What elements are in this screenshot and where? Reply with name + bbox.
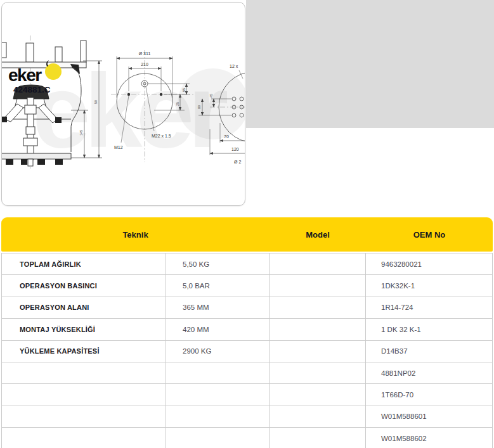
- model-value: [270, 406, 366, 427]
- spec-label: MONTAJ YÜKSEKLİĞİ: [2, 319, 166, 340]
- model-value: [270, 384, 366, 405]
- oem-value: 1 DK 32 K-1: [366, 319, 492, 340]
- table-row: YÜKLEME KAPASİTESİ 2900 KG D14B37: [2, 341, 492, 362]
- spec-value: [166, 406, 270, 427]
- oem-value: 1T66D-70: [366, 384, 492, 405]
- spec-label: TOPLAM AĞIRLIK: [2, 253, 166, 274]
- brand-logo-text: eker: [8, 65, 42, 85]
- part-number: 424881.C: [13, 85, 51, 94]
- oem-value: 1DK32K-1: [366, 275, 492, 296]
- model-value: [270, 428, 366, 448]
- dim-dia-bottom: Ø 2: [234, 160, 241, 164]
- model-value: [270, 341, 366, 362]
- spec-label: [2, 428, 166, 448]
- table-row: OPERASYON ALANI 365 MM 1R14-724: [2, 297, 492, 319]
- table-row: 4881NP02: [2, 362, 492, 384]
- oem-value: W01M588602: [366, 428, 492, 448]
- spec-table-body: TOPLAM AĞIRLIK 5,50 KG 9463280021 OPERAS…: [1, 253, 493, 448]
- watermark: eker: [32, 53, 245, 169]
- spec-label: OPERASYON ALANI: [2, 297, 166, 318]
- spec-label: [2, 406, 166, 427]
- table-row: OPERASYON BASINCI 5,0 BAR 1DK32K-1: [2, 275, 492, 297]
- dim-m12: M12: [114, 145, 123, 150]
- table-row: W01M588602: [2, 428, 492, 448]
- spec-label: YÜKLEME KAPASİTESİ: [2, 341, 166, 362]
- dim-height-total: 50: [94, 100, 98, 104]
- table-row: MONTAJ YÜKSEKLİĞİ 420 MM 1 DK 32 K-1: [2, 319, 492, 340]
- oem-value: D14B37: [366, 341, 492, 362]
- dim-210: 210: [141, 62, 148, 67]
- model-value: [270, 297, 366, 318]
- dim-height-inner: 145: [79, 130, 83, 136]
- oem-value: 9463280021: [366, 253, 492, 274]
- dim-dia-311: Ø 311: [139, 51, 151, 56]
- spec-value: 365 MM: [166, 297, 270, 318]
- dim-m22: M22 x 1.5: [152, 134, 171, 138]
- dim-70: 70: [224, 134, 229, 139]
- spec-label: [2, 362, 166, 383]
- spec-table-header: Teknik Model OEM No: [1, 217, 493, 252]
- model-value: [270, 362, 366, 383]
- oem-value: W01M588601: [366, 406, 492, 427]
- dim-95: 95: [182, 88, 186, 92]
- oem-value: 1R14-724: [366, 297, 492, 318]
- oem-value: 4881NP02: [366, 362, 492, 383]
- spec-value: [166, 362, 270, 383]
- spec-value: 5,0 BAR: [166, 275, 270, 296]
- model-value: [270, 253, 366, 274]
- background-gray-panel: [246, 0, 494, 128]
- dim-25: 25: [176, 102, 179, 106]
- spec-value: [166, 428, 270, 448]
- dim-bolt-pattern: 12 x: [230, 64, 238, 68]
- column-header-teknik: Teknik: [1, 230, 270, 240]
- spec-table: Teknik Model OEM No TOPLAM AĞIRLIK 5,50 …: [1, 217, 493, 448]
- model-value: [270, 319, 366, 340]
- spec-value: 2900 KG: [166, 341, 270, 362]
- product-drawing-card: eker: [1, 2, 245, 206]
- spec-label: [2, 384, 166, 405]
- spec-value: [166, 384, 270, 405]
- table-row: TOPLAM AĞIRLIK 5,50 KG 9463280021: [2, 253, 492, 275]
- dim-120: 120: [231, 147, 239, 151]
- spec-label: OPERASYON BASINCI: [2, 275, 166, 296]
- table-row: W01M588601: [2, 406, 492, 428]
- spec-value: 420 MM: [166, 319, 270, 340]
- dim-80: 80: [197, 105, 201, 109]
- column-header-model: Model: [270, 230, 366, 240]
- spec-value: 5,50 KG: [166, 253, 270, 274]
- model-value: [270, 275, 366, 296]
- technical-drawing: eker: [2, 3, 245, 205]
- table-row: 1T66D-70: [2, 384, 492, 406]
- dim-45: 45: [209, 94, 213, 98]
- column-header-oem: OEM No: [366, 230, 493, 240]
